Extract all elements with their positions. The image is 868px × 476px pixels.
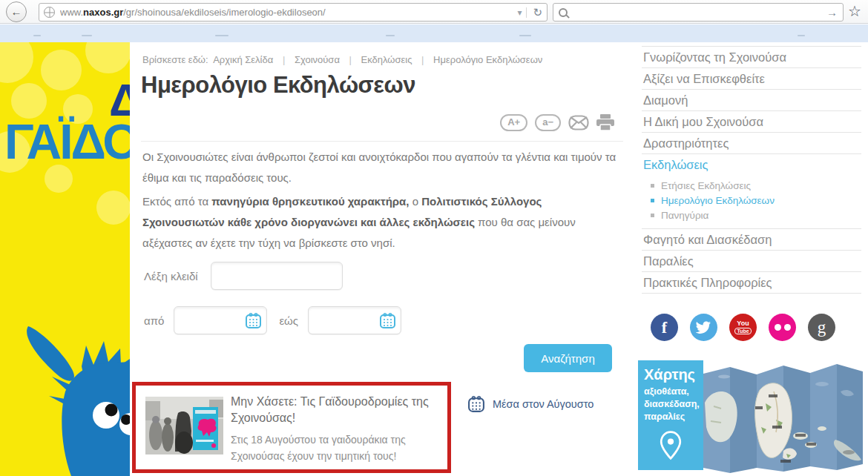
youtube-icon[interactable]: You Tube <box>729 314 757 341</box>
url-bar[interactable]: www.naxos.gr/gr/shoinousa/ekdiloseis/ime… <box>39 3 548 22</box>
print-icon[interactable] <box>596 114 614 131</box>
flickr-icon[interactable] <box>769 314 796 341</box>
intro-paragraph-1: Οι Σχοινουσιώτες είναι άνθρωποι ζεστοί κ… <box>142 147 617 188</box>
poster-dot <box>96 191 130 225</box>
location-pin-icon <box>659 430 683 461</box>
sidebar-item-getting-to-know[interactable]: Γνωρίζοντας τη Σχοινούσα <box>642 46 861 67</box>
map-subtitle-1: αξιοθέατα, <box>644 386 697 398</box>
map-subtitle-2: διασκέδαση, <box>644 398 697 411</box>
folded-map-image[interactable] <box>703 362 863 476</box>
event-date: Μέσα στον Αύγουστο <box>467 395 594 413</box>
subitem-label: Ετήσιες Εκδηλώσεις <box>661 180 751 191</box>
google-icon[interactable]: g <box>808 314 835 341</box>
poster-dot <box>41 50 82 90</box>
left-banner-poster[interactable]: Δ ΓΑΪΔΟ <box>0 42 130 476</box>
subitem-label: Ημερολόγιο Εκδηλώσεων <box>661 195 775 206</box>
bookmarks-bar[interactable] <box>0 24 868 42</box>
donkey-illustration <box>0 320 130 476</box>
subitem-label: Πανηγύρια <box>661 210 708 221</box>
screenshot-root: ← www.naxos.gr/gr/shoinousa/ekdiloseis/i… <box>0 0 868 476</box>
go-arrow-icon[interactable]: → <box>826 6 838 19</box>
intro-paragraph-2: Εκτός από τα πανηγύρια θρησκευτικού χαρα… <box>142 191 617 253</box>
breadcrumb-current: Ημερολόγιο Εκδηλώσεων <box>433 54 542 65</box>
breadcrumb-separator: | <box>276 54 292 65</box>
breadcrumb-link-home[interactable]: Αρχική Σελίδα <box>213 54 273 65</box>
youtube-text: You <box>737 320 749 327</box>
breadcrumb-separator: | <box>343 54 358 65</box>
map-title: Χάρτης <box>644 366 697 383</box>
sidebar-item-beaches[interactable]: Παραλίες <box>642 250 861 271</box>
calendar-icon[interactable] <box>245 312 262 329</box>
url-text[interactable]: www.naxos.gr/gr/shoinousa/ekdiloseis/ime… <box>60 7 517 18</box>
intro-text: Εκτός από τα <box>142 195 211 208</box>
sidebar-item-accommodation[interactable]: Διαμονή <box>642 89 861 110</box>
right-sidebar: Γνωρίζοντας τη Σχοινούσα Αξίζει να Επισκ… <box>642 42 861 476</box>
intro-text: ο <box>410 195 422 208</box>
page-title: Ημερολόγιο Εκδηλώσεων <box>141 72 415 99</box>
youtube-text: Tube <box>734 328 751 334</box>
intro-bold: πανηγύρια θρησκευτικού χαρακτήρα, <box>211 195 409 208</box>
breadcrumb: Βρίσκεστε εδώ: Αρχική Σελίδα | Σχοινούσα… <box>142 54 542 65</box>
back-button[interactable]: ← <box>6 1 27 22</box>
map-subtitle-3: παραλίες <box>644 411 697 423</box>
breadcrumb-link-schinoussa[interactable]: Σχοινούσα <box>295 54 340 65</box>
calendar-icon[interactable] <box>379 312 396 329</box>
browser-search-bar[interactable]: → <box>553 3 844 22</box>
browser-chrome: ← www.naxos.gr/gr/shoinousa/ekdiloseis/i… <box>0 0 868 24</box>
twitter-icon[interactable] <box>690 314 717 341</box>
sidebar-item-food-entertainment[interactable]: Φαγητό και Διασκέδαση <box>642 228 861 250</box>
font-increase-button[interactable]: A+ <box>500 114 527 131</box>
breadcrumb-link-events[interactable]: Εκδηλώσεις <box>361 54 412 65</box>
poster-dot <box>0 42 33 83</box>
bullet-icon <box>651 199 654 202</box>
url-path: /gr/shoinousa/ekdiloseis/imerologio-ekdi… <box>123 7 325 18</box>
search-button[interactable]: Αναζήτηση <box>524 344 612 372</box>
breadcrumb-prefix: Βρίσκεστε εδώ: <box>142 54 208 65</box>
url-prefix: www. <box>60 7 83 18</box>
date-to-label: εώς <box>279 314 298 327</box>
sidebar-subitem-events-calendar[interactable]: Ημερολόγιο Εκδηλώσεων <box>651 193 861 208</box>
keyword-row: Λέξη κλειδί <box>144 262 343 290</box>
divider <box>141 141 623 142</box>
calendar-icon <box>467 395 485 413</box>
sidebar-item-activities[interactable]: Δραστηριότητες <box>642 132 861 153</box>
url-domain: naxos.gr <box>83 7 123 18</box>
sidebar-item-my-schinoussa[interactable]: Η Δική μου Σχοινούσα <box>642 110 861 132</box>
date-range-row: από εώς <box>144 306 401 334</box>
map-label-box[interactable]: Χάρτης αξιοθέατα, διασκέδαση, παραλίες <box>638 360 703 470</box>
browser-search-input[interactable] <box>572 7 826 18</box>
email-icon[interactable] <box>568 115 589 130</box>
sidebar-subitem-festivals[interactable]: Πανηγύρια <box>651 208 861 222</box>
keyword-label: Λέξη κλειδί <box>144 270 198 282</box>
search-icon <box>559 8 568 17</box>
poster-headline: ΓΑΪΔΟ <box>4 113 130 170</box>
map-widget[interactable]: Χάρτης αξιοθέατα, διασκέδαση, παραλίες <box>642 360 861 476</box>
event-thumbnail[interactable] <box>145 397 223 454</box>
facebook-icon[interactable]: f <box>651 314 678 341</box>
breadcrumb-separator: | <box>415 54 430 65</box>
event-title[interactable]: Μην Χάσετε: Τις Γαϊδουροδρομίες της Σχοι… <box>231 394 435 427</box>
url-dropdown-icon[interactable]: ▾ <box>517 7 522 18</box>
date-from-label: από <box>144 314 164 327</box>
globe-icon <box>44 7 55 18</box>
event-annotation-box: Μην Χάσετε: Τις Γαϊδουροδρομίες της Σχοι… <box>132 382 451 473</box>
bookmark-star-icon[interactable]: ☆ <box>848 2 861 20</box>
event-description: Στις 18 Αυγούστου τα γαιδουράκια της Σχο… <box>231 432 446 470</box>
sidebar-submenu-events: Ετήσιες Εκδηλώσεις Ημερολόγιο Εκδηλώσεων… <box>642 175 861 228</box>
poster-dot <box>85 42 130 73</box>
sidebar-menu: Γνωρίζοντας τη Σχοινούσα Αξίζει να Επισκ… <box>642 46 861 294</box>
bullet-icon <box>651 214 654 217</box>
font-decrease-button[interactable]: a− <box>535 114 561 131</box>
sidebar-subitem-annual-events[interactable]: Ετήσιες Εκδηλώσεις <box>651 178 861 193</box>
social-links: f You Tube g <box>651 314 861 341</box>
page-tools: A+ a− <box>500 114 614 131</box>
keyword-input[interactable] <box>211 262 343 290</box>
sidebar-item-events[interactable]: Εκδηλώσεις <box>642 153 861 175</box>
reload-icon[interactable]: ↻ <box>526 7 542 18</box>
bullet-icon <box>651 184 654 188</box>
sidebar-item-worth-visiting[interactable]: Αξίζει να Επισκεφθείτε <box>642 67 861 89</box>
event-date-label: Μέσα στον Αύγουστο <box>493 398 594 410</box>
sidebar-item-practical-info[interactable]: Πρακτικές Πληροφορίες <box>642 271 861 294</box>
